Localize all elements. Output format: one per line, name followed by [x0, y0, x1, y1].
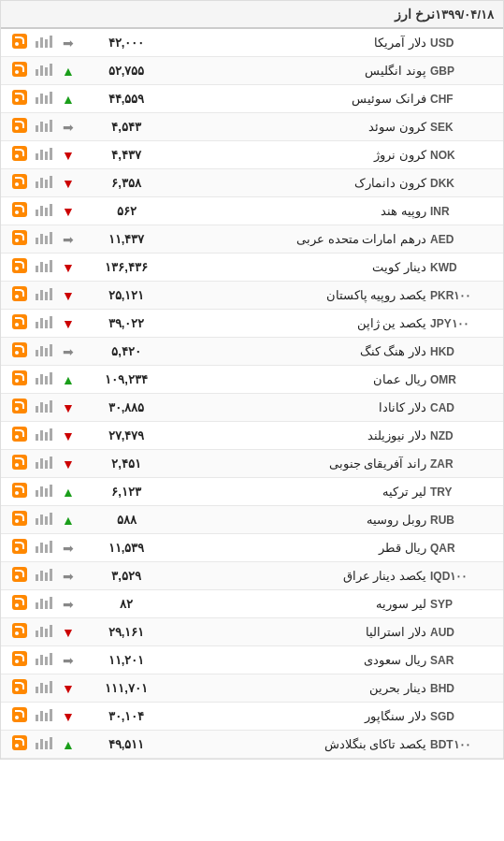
rss-icon[interactable] [8, 735, 31, 753]
table-row[interactable]: SAR ریال سعودی ۱۱,۲۰۱ ➡ [1, 646, 503, 674]
currency-code: BDT۱۰۰ [430, 738, 496, 751]
chart-icon[interactable] [31, 118, 57, 136]
rss-icon[interactable] [8, 427, 31, 444]
table-row[interactable]: BHD دینار بحرین ۱۱۱,۷۰۱ ▼ [1, 674, 503, 703]
table-row[interactable]: AUD دلار استرالیا ۲۹,۱۶۱ ▼ [1, 618, 503, 646]
table-row[interactable]: NOK کرون نروژ ۴,۴۳۷ ▼ [1, 141, 503, 169]
table-row[interactable]: SEK کرون سوئد ۴,۵۴۳ ➡ [1, 113, 503, 141]
chart-icon[interactable] [31, 679, 57, 697]
rss-icon[interactable] [8, 399, 31, 416]
chart-icon[interactable] [31, 651, 57, 669]
table-row[interactable]: CAD دلار کانادا ۳۰,۸۸۵ ▼ [1, 394, 503, 422]
rss-icon[interactable] [8, 707, 31, 725]
rss-icon[interactable] [8, 230, 31, 248]
chart-icon[interactable] [31, 146, 57, 164]
chart-icon[interactable] [31, 62, 57, 80]
currency-name: درهم امارات متحده عربی [173, 232, 430, 246]
chart-icon[interactable] [31, 623, 57, 641]
currency-name: لیر ترکیه [173, 485, 430, 499]
table-row[interactable]: QAR ریال قطر ۱۱,۵۳۹ ➡ [1, 534, 503, 562]
chart-icon[interactable] [31, 370, 57, 388]
table-row[interactable]: JPY۱۰۰ یکصد ین ژاپن ۳۹,۰۲۲ ▼ [1, 310, 503, 338]
table-row[interactable]: ZAR راند آفریقای جنوبی ۲,۴۵۱ ▼ [1, 450, 503, 478]
table-row[interactable]: BDT۱۰۰ یکصد تاکای بنگلادش ۴۹,۵۱۱ ▲ [1, 731, 503, 759]
currency-value: ۱۱,۲۰۱ [79, 653, 173, 667]
chart-icon[interactable] [31, 455, 57, 472]
table-row[interactable]: DKK کرون دانمارک ۶,۳۵۸ ▼ [1, 169, 503, 197]
rss-icon[interactable] [8, 370, 31, 388]
table-row[interactable]: NZD دلار نیوزیلند ۲۷,۴۷۹ ▼ [1, 422, 503, 450]
trend-arrow: ▼ [57, 260, 79, 275]
currency-code: RUB [430, 514, 496, 527]
rss-icon[interactable] [8, 146, 31, 164]
rss-icon[interactable] [8, 595, 31, 613]
svg-rect-96 [36, 715, 38, 721]
rss-icon[interactable] [8, 455, 31, 472]
chart-icon[interactable] [31, 483, 57, 500]
rss-icon[interactable] [8, 511, 31, 529]
chart-icon[interactable] [31, 539, 57, 557]
chart-icon[interactable] [31, 511, 57, 529]
trend-arrow: ▼ [57, 400, 79, 415]
svg-rect-61 [40, 458, 43, 469]
svg-rect-69 [40, 515, 43, 525]
rss-icon[interactable] [8, 286, 31, 304]
table-row[interactable]: CHF فرانک سوئیس ۴۴,۵۵۹ ▲ [1, 85, 503, 113]
trend-neutral-icon: ➡ [63, 232, 74, 247]
rss-icon[interactable] [8, 539, 31, 557]
table-row[interactable]: KWD دینار کویت ۱۳۶,۴۳۶ ▼ [1, 254, 503, 282]
trend-arrow: ▼ [57, 148, 79, 163]
rss-icon[interactable] [8, 567, 31, 585]
currency-name: یکصد روپیه پاکستان [173, 288, 430, 302]
table-row[interactable]: OMR ریال عمان ۱۰۹,۲۳۴ ▲ [1, 366, 503, 394]
chart-icon[interactable] [31, 427, 57, 444]
chart-icon[interactable] [31, 174, 57, 192]
rss-icon[interactable] [8, 679, 31, 697]
chart-icon[interactable] [31, 258, 57, 276]
svg-rect-62 [45, 460, 48, 469]
table-row[interactable]: SYP لیر سوریه ۸۲ ➡ [1, 590, 503, 618]
chart-icon[interactable] [31, 202, 57, 220]
chart-icon[interactable] [31, 342, 57, 360]
rss-icon[interactable] [8, 342, 31, 360]
rss-icon[interactable] [8, 623, 31, 641]
chart-icon[interactable] [31, 314, 57, 332]
svg-rect-13 [40, 122, 43, 132]
rss-icon[interactable] [8, 202, 31, 220]
table-row[interactable]: SGD دلار سنگاپور ۳۰,۱۰۴ ▼ [1, 703, 503, 731]
rss-icon[interactable] [8, 258, 31, 276]
rss-icon[interactable] [8, 174, 31, 192]
trend-down-icon: ▼ [62, 400, 75, 415]
rss-icon[interactable] [8, 90, 31, 108]
rss-icon[interactable] [8, 62, 31, 80]
chart-icon[interactable] [31, 707, 57, 725]
table-row[interactable]: TRY لیر ترکیه ۶,۱۲۳ ▲ [1, 478, 503, 506]
svg-rect-25 [40, 206, 43, 216]
currency-value: ۱۱,۵۳۹ [79, 541, 173, 555]
svg-rect-8 [36, 97, 38, 104]
rss-icon[interactable] [8, 314, 31, 332]
table-row[interactable]: HKD دلار هنگ کنگ ۵,۴۲۰ ➡ [1, 338, 503, 366]
chart-icon[interactable] [31, 286, 57, 304]
currency-code: AUD [430, 626, 496, 639]
rss-icon[interactable] [8, 34, 31, 51]
rss-icon[interactable] [8, 118, 31, 136]
chart-icon[interactable] [31, 399, 57, 416]
chart-icon[interactable] [31, 735, 57, 753]
rss-icon[interactable] [8, 483, 31, 500]
chart-icon[interactable] [31, 595, 57, 613]
table-row[interactable]: IQD۱۰۰ یکصد دینار عراق ۳,۵۲۹ ➡ [1, 562, 503, 590]
currency-name: روپیه هند [173, 204, 430, 218]
table-row[interactable]: GBP پوند انگلیس ۵۲,۷۵۵ ▲ [1, 57, 503, 85]
chart-icon[interactable] [31, 34, 57, 51]
table-row[interactable]: USD دلار آمریکا ۴۲,۰۰۰ ➡ [1, 29, 503, 57]
trend-arrow: ▼ [57, 176, 79, 191]
table-row[interactable]: INR روپیه هند ۵۶۲ ▼ [1, 197, 503, 225]
table-row[interactable]: PKR۱۰۰ یکصد روپیه پاکستان ۲۵,۱۲۱ ▼ [1, 282, 503, 310]
rss-icon[interactable] [8, 651, 31, 669]
chart-icon[interactable] [31, 230, 57, 248]
table-row[interactable]: AED درهم امارات متحده عربی ۱۱,۴۳۷ ➡ [1, 225, 503, 254]
chart-icon[interactable] [31, 90, 57, 108]
chart-icon[interactable] [31, 567, 57, 585]
table-row[interactable]: RUB روبل روسیه ۵۸۸ ▲ [1, 506, 503, 534]
